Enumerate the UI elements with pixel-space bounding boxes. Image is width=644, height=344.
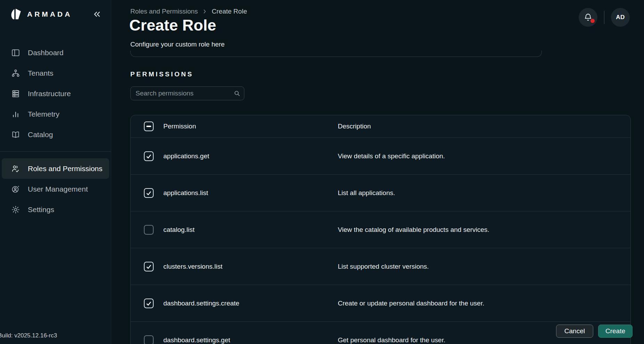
topbar: AD (579, 8, 630, 27)
column-header-permission: Permission (163, 123, 338, 130)
settings-icon (11, 205, 20, 214)
sidebar-item-label: Telemetry (28, 110, 59, 118)
table-row: applications.list List all applications. (131, 174, 630, 211)
logo-row: ARMADA (0, 0, 111, 28)
page-title: Create Role (129, 16, 216, 34)
sidebar-item-label: Settings (28, 205, 54, 214)
brand-name: ARMADA (27, 10, 91, 18)
roles-permissions-icon (11, 164, 20, 173)
table-row: catalog.list View the catalog of availab… (131, 211, 630, 248)
row-checkbox[interactable] (144, 188, 154, 198)
sidebar-item-label: Catalog (28, 131, 53, 139)
form-actions: Cancel Create (556, 325, 633, 338)
search-permissions-input[interactable] (130, 86, 244, 100)
row-checkbox[interactable] (144, 225, 154, 235)
sidebar: ARMADA Dashboard Tenants Infrastructure (0, 0, 111, 344)
page-subtitle: Configure your custom role here (130, 41, 225, 48)
sidebar-item-roles-and-permissions[interactable]: Roles and Permissions (2, 158, 109, 179)
sidebar-item-label: Infrastructure (28, 90, 71, 98)
permission-name: applications.get (163, 152, 338, 160)
permission-description: List all applications. (338, 189, 630, 197)
sidebar-nav: Dashboard Tenants Infrastructure Telemet… (0, 42, 111, 220)
sidebar-item-infrastructure[interactable]: Infrastructure (2, 83, 109, 104)
dashboard-icon (11, 48, 20, 57)
telemetry-icon (11, 110, 20, 119)
sidebar-item-tenants[interactable]: Tenants (2, 63, 109, 83)
permission-description: View details of a specific application. (338, 152, 630, 160)
armada-logo-icon (8, 7, 22, 21)
table-row: clusters.versions.list List supported cl… (131, 248, 630, 285)
sidebar-item-label: Dashboard (28, 49, 64, 57)
user-menu-button[interactable]: AD (611, 8, 630, 27)
breadcrumb-roles-and-permissions[interactable]: Roles and Permissions (130, 8, 198, 15)
row-checkbox[interactable] (144, 262, 154, 271)
select-all-checkbox[interactable] (144, 121, 154, 131)
sidebar-item-dashboard[interactable]: Dashboard (2, 42, 109, 63)
permission-description: Create or update personal dashboard for … (338, 300, 630, 307)
catalog-icon (11, 130, 20, 139)
topbar-divider (604, 11, 604, 24)
table-row: applications.get View details of a speci… (131, 137, 630, 174)
permission-name: catalog.list (163, 226, 338, 234)
sidebar-item-settings[interactable]: Settings (2, 199, 109, 220)
role-details-card-bottom-edge (130, 51, 542, 57)
sidebar-divider (0, 151, 111, 152)
sidebar-item-user-management[interactable]: User Management (2, 179, 109, 199)
avatar: AD (616, 14, 625, 21)
permission-name: clusters.versions.list (163, 263, 338, 270)
sidebar-item-label: User Management (28, 185, 88, 193)
user-management-icon (11, 185, 20, 194)
table-header-row: Permission Description (131, 115, 630, 137)
infrastructure-icon (11, 89, 20, 98)
search-icon (234, 90, 241, 97)
build-version: Build: v2025.12.16-rc3 (0, 332, 57, 339)
tenants-icon (11, 69, 20, 78)
table-row: dashboard.settings.create Create or upda… (131, 285, 630, 321)
breadcrumb: Roles and Permissions Create Role (130, 8, 247, 15)
permission-description: List supported cluster versions. (338, 263, 630, 270)
permission-name: dashboard.settings.get (163, 336, 338, 344)
row-checkbox[interactable] (144, 335, 154, 344)
create-button[interactable]: Create (598, 325, 633, 338)
breadcrumb-create-role: Create Role (212, 8, 247, 15)
column-header-description: Description (338, 123, 630, 130)
permissions-table: Permission Description applications.get … (130, 115, 631, 344)
notification-badge (590, 19, 595, 23)
permission-name: dashboard.settings.create (163, 300, 338, 307)
table-row: dashboard.settings.get Get personal dash… (131, 321, 630, 344)
sidebar-item-catalog[interactable]: Catalog (2, 124, 109, 145)
permission-description: View the catalog of available products a… (338, 226, 630, 234)
cancel-button[interactable]: Cancel (556, 325, 593, 338)
sidebar-item-telemetry[interactable]: Telemetry (2, 104, 109, 124)
row-checkbox[interactable] (144, 299, 154, 308)
app-window: ARMADA Dashboard Tenants Infrastructure (0, 0, 644, 344)
permissions-section-title: PERMISSIONS (130, 70, 193, 78)
sidebar-item-label: Tenants (28, 69, 54, 77)
sidebar-collapse-button[interactable] (91, 8, 103, 20)
notifications-button[interactable] (579, 8, 597, 27)
chevrons-left-icon (92, 9, 101, 19)
sidebar-item-label: Roles and Permissions (28, 165, 103, 173)
search-permissions (130, 86, 244, 100)
permission-name: applications.list (163, 189, 338, 197)
chevron-right-icon (202, 9, 207, 14)
row-checkbox[interactable] (144, 151, 154, 161)
